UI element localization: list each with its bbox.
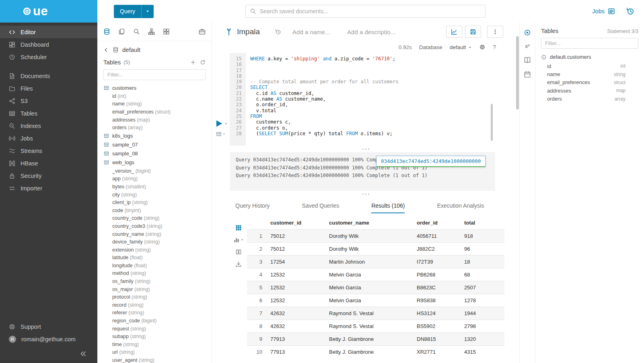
table-row[interactable]: 275012Dorothy WilkJ882C296	[247, 243, 504, 256]
info-icon[interactable]	[541, 54, 547, 60]
columns-icon-button[interactable]	[235, 249, 242, 255]
sidebar-item-jobs[interactable]: Jobs	[0, 132, 97, 144]
tab-execution-analysis[interactable]: Execution Analysis	[437, 202, 484, 213]
code-editor[interactable]: 15WHERE a.key = 'shipping' and a.zip_cod…	[212, 53, 519, 146]
query-history-icon[interactable]	[626, 7, 634, 15]
column-item[interactable]: request (string)	[97, 325, 212, 333]
download-icon-button[interactable]	[235, 261, 242, 267]
tab-saved-queries[interactable]: Saved Queries	[302, 202, 339, 213]
add-table-icon[interactable]	[190, 60, 196, 65]
column-item[interactable]: device_family (string)	[97, 238, 212, 246]
briefcase-icon[interactable]	[199, 28, 206, 35]
table-item[interactable]: customers	[97, 83, 212, 92]
help-icon[interactable]: ?	[493, 44, 496, 50]
column-item[interactable]: url (string)	[97, 349, 212, 357]
column-item[interactable]: ordersarray	[535, 95, 644, 103]
column-item[interactable]: longitude (float)	[97, 262, 212, 270]
refresh-icon[interactable]	[200, 60, 206, 65]
calendar-icon[interactable]	[524, 71, 531, 78]
active-table-row[interactable]: default.customers	[535, 51, 644, 62]
column-item[interactable]: protocol (string)	[97, 293, 212, 301]
column-item[interactable]: country_code3 (string)	[97, 222, 212, 230]
main-scrollbar[interactable]	[516, 36, 519, 109]
target-icon[interactable]	[524, 29, 531, 36]
column-item[interactable]: extension (string)	[97, 246, 212, 254]
table-row[interactable]: 977913Betty J. GiambroneDN88151320	[247, 333, 504, 346]
sidebar-item-hbase[interactable]: HBase	[0, 157, 97, 169]
sidebar-item-romain-gethue-com[interactable]: Rromain@gethue.com	[0, 333, 97, 345]
column-item[interactable]: email_preferencesstruct	[535, 78, 644, 87]
table-row[interactable]: 1077913Betty J. GiambroneXR27714315	[247, 346, 504, 359]
search-input[interactable]	[260, 8, 481, 14]
collapse-sidebar-icon[interactable]	[80, 350, 87, 357]
grid-icon-button[interactable]	[235, 225, 242, 231]
sidebar-item-tables[interactable]: Tables	[0, 107, 97, 120]
database-select[interactable]: default	[450, 44, 472, 50]
table-item[interactable]: k8s_logs	[97, 132, 212, 140]
sidebar-item-dashboard[interactable]: Dashboard	[0, 38, 97, 51]
settings-gear-icon[interactable]	[479, 44, 486, 50]
table-row[interactable]: 742632Raymond S. VestalHS31241944	[247, 307, 504, 320]
chart-button[interactable]	[446, 26, 462, 38]
jobs-link[interactable]: Jobs	[592, 8, 615, 15]
search-icon[interactable]	[133, 28, 140, 35]
database-icon[interactable]	[103, 28, 110, 35]
sitemap-icon[interactable]	[148, 28, 155, 35]
copy-icon[interactable]	[118, 28, 125, 35]
column-item[interactable]: addressesmap	[535, 87, 644, 95]
column-item[interactable]: country_name (string)	[97, 230, 212, 238]
sidebar-item-importer[interactable]: Importer	[0, 182, 97, 194]
sidebar-item-files[interactable]: Files	[0, 82, 97, 95]
table-item[interactable]: web_logs	[97, 158, 212, 167]
column-item[interactable]: id (int)	[97, 92, 212, 100]
column-item[interactable]: client_ip (string)	[97, 198, 212, 206]
column-item[interactable]: user_agent (string)	[97, 356, 212, 363]
apps-icon[interactable]	[163, 28, 170, 35]
hue-logo[interactable]: ue	[0, 0, 97, 23]
table-item[interactable]: sample_08	[97, 149, 212, 158]
editor-scrollbar[interactable]	[491, 104, 493, 141]
column-item[interactable]: country_code (string)	[97, 214, 212, 223]
column-item[interactable]: subapp (string)	[97, 332, 212, 340]
sidebar-item-documents[interactable]: Documents	[0, 70, 97, 82]
column-item[interactable]: region_code (bigint)	[97, 317, 212, 325]
sidebar-item-streams[interactable]: Streams	[0, 144, 97, 157]
table-item[interactable]: sample_07	[97, 140, 212, 149]
sidebar-item-security[interactable]: Security	[0, 169, 97, 182]
bar-chart-icon-button[interactable]	[233, 237, 244, 243]
column-item[interactable]: city (string)	[97, 191, 212, 199]
assist-filter-input[interactable]	[103, 69, 206, 80]
sidebar-item-editor[interactable]: Editor	[0, 26, 97, 38]
resize-handle[interactable]	[212, 191, 519, 197]
resize-handle[interactable]	[212, 146, 519, 152]
table-row[interactable]: 842632Raymond S. VestalBS59022798	[247, 320, 504, 333]
table-row[interactable]: 512532Melvin GarciaB8623C2507	[247, 281, 504, 294]
back-icon[interactable]	[103, 47, 109, 53]
column-item[interactable]: app (string)	[97, 175, 212, 183]
column-item[interactable]: addresses (map)	[97, 116, 212, 124]
chevron-down-icon[interactable]	[146, 9, 150, 13]
query-id-popover[interactable]: 034d413ec7474ed5:4249de1000000000	[376, 156, 486, 167]
tab-results-106[interactable]: Results (106)	[371, 202, 405, 213]
more-actions-button[interactable]	[487, 26, 503, 38]
column-item[interactable]: method (string)	[97, 270, 212, 278]
sidebar-item-scheduler[interactable]: Scheduler	[0, 51, 97, 63]
column-item[interactable]: record (string)	[97, 301, 212, 309]
table-row[interactable]: 317254Martin JohnsonI72T3918	[247, 256, 504, 268]
sidebar-item-indexes[interactable]: Indexes	[0, 120, 97, 132]
query-description-input[interactable]	[347, 29, 395, 35]
save-button[interactable]	[465, 26, 481, 38]
column-item[interactable]: os_major (string)	[97, 285, 212, 293]
column-item[interactable]: orders (array)	[97, 124, 212, 132]
column-item[interactable]: code (tinyint)	[97, 206, 212, 214]
snippet-type-button[interactable]	[216, 131, 226, 137]
column-item[interactable]: _version_ (bigint)	[97, 167, 212, 175]
tab-query-history[interactable]: Query History	[235, 202, 270, 213]
column-item[interactable]: name (string)	[97, 100, 212, 108]
table-row[interactable]: 175012Dorothy Wilk4056711918	[247, 230, 504, 243]
column-item[interactable]: os_family (string)	[97, 277, 212, 285]
query-name-input[interactable]	[292, 29, 336, 35]
right-filter-input[interactable]	[541, 38, 638, 49]
sidebar-item-support[interactable]: Support	[0, 320, 97, 333]
column-item[interactable]: namestring	[535, 70, 644, 78]
